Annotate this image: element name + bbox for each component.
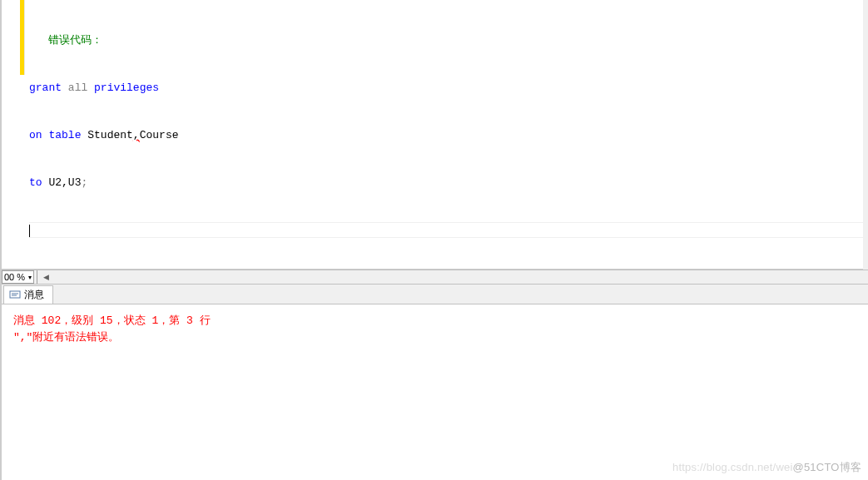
keyword-privileges: privileges (94, 82, 159, 94)
sql-editor[interactable]: 错误代码： grant all privileges on table Stud… (25, 0, 868, 269)
separator (37, 270, 37, 284)
error-line-2: ","附近有语法错误。 (13, 329, 856, 346)
results-tab-bar: 消息 (2, 285, 868, 304)
ident-course: Course (140, 129, 179, 141)
keyword-table: table (48, 129, 81, 141)
watermark-url: https://blog.csdn.net/wei (672, 461, 792, 473)
messages-icon (9, 289, 21, 301)
ident-users: U2,U3 (48, 176, 81, 189)
tab-messages-label: 消息 (24, 288, 44, 302)
keyword-on: on (29, 129, 42, 141)
keyword-all: all (68, 82, 87, 94)
ident-student: Student (87, 129, 133, 141)
watermark: https://blog.csdn.net/wei@51CTO博客 (672, 460, 861, 475)
chevron-down-icon: ▾ (28, 274, 32, 281)
scroll-left-icon[interactable]: ◀ (40, 271, 52, 283)
tab-messages[interactable]: 消息 (3, 285, 53, 304)
keyword-grant: grant (29, 82, 62, 94)
keyword-to: to (29, 176, 42, 189)
zoom-bar: 00 % ▾ ◀ (2, 270, 868, 285)
error-squiggle: , (133, 129, 140, 141)
text-cursor (29, 225, 30, 237)
error-line-1: 消息 102，级别 15，状态 1，第 3 行 (13, 313, 856, 329)
comment-text: 错误代码： (48, 34, 102, 47)
messages-pane[interactable]: 消息 102，级别 15，状态 1，第 3 行 ","附近有语法错误。 (2, 304, 868, 354)
zoom-level: 00 % (4, 272, 25, 282)
zoom-selector[interactable]: 00 % ▾ (2, 270, 34, 284)
svg-rect-0 (10, 291, 20, 298)
watermark-text: @51CTO博客 (793, 461, 861, 473)
semicolon: ; (81, 176, 87, 189)
